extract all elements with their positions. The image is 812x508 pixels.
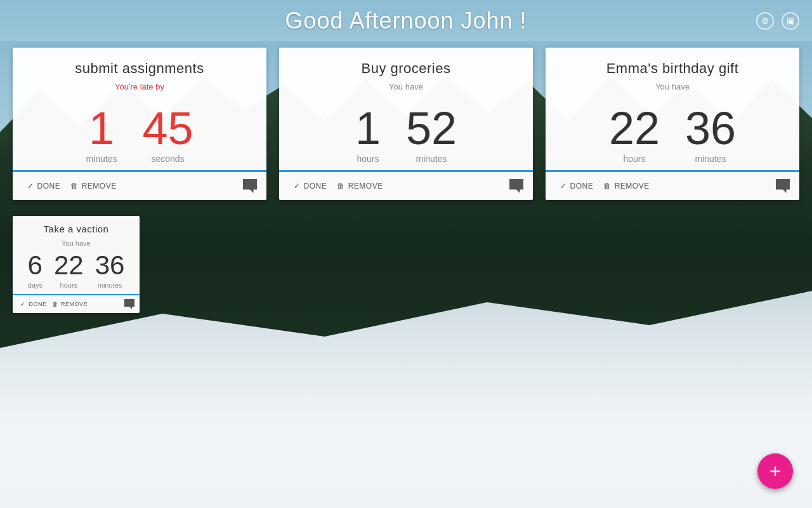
time-unit-seconds: 45 seconds	[142, 105, 193, 164]
time-row: 1 hours 52 minutes	[355, 101, 457, 164]
comment-icon[interactable]	[509, 179, 523, 193]
time-value: 22	[609, 105, 660, 151]
comment-icon[interactable]	[243, 179, 257, 193]
time-label: minutes	[695, 154, 726, 164]
time-unit-minutes: 52 minutes	[406, 105, 457, 164]
time-unit-minutes: 1 minutes	[86, 105, 117, 164]
remove-button[interactable]: 🗑 REMOVE	[49, 299, 91, 309]
time-label: minutes	[98, 281, 122, 289]
header-icons: ⚙ ▣	[756, 12, 799, 30]
time-unit-minutes: 36 minutes	[95, 252, 125, 289]
card-body: Buy groceries You have 1 hours 52 minute…	[279, 48, 533, 170]
card-submit-assignments: submit assignments You're late by 1 minu…	[13, 48, 266, 200]
card-footer: DONE 🗑 REMOVE	[546, 172, 799, 200]
card-body: submit assignments You're late by 1 minu…	[13, 48, 266, 170]
done-label: DONE	[37, 182, 61, 190]
time-value: 52	[406, 105, 457, 151]
time-value: 36	[685, 105, 736, 151]
card-body: Emma's birthday gift You have 22 hours 3…	[546, 48, 799, 170]
remove-button[interactable]: 🗑 REMOVE	[65, 178, 122, 194]
card-status: You're late by	[115, 82, 164, 91]
done-label: DONE	[570, 182, 594, 190]
remove-button[interactable]: 🗑 REMOVE	[598, 178, 655, 194]
done-button[interactable]: DONE	[289, 178, 332, 194]
card-buy-groceries: Buy groceries You have 1 hours 52 minute…	[279, 48, 533, 200]
time-value: 45	[142, 105, 193, 151]
greeting: Good Afternoon John !	[285, 8, 527, 34]
card-title: Buy groceries	[361, 60, 450, 77]
time-row: 1 minutes 45 seconds	[86, 98, 193, 164]
time-label: minutes	[86, 154, 117, 164]
time-row: 22 hours 36 minutes	[609, 101, 736, 164]
cards-container: submit assignments You're late by 1 minu…	[13, 48, 799, 200]
check-icon	[560, 182, 567, 190]
time-unit-hours: 22 hours	[54, 252, 84, 289]
done-button[interactable]: DONE	[18, 299, 49, 309]
time-label: seconds	[151, 154, 184, 164]
time-label: hours	[357, 154, 379, 164]
card-status: You have	[62, 239, 90, 247]
trash-icon: 🗑	[52, 301, 58, 307]
remove-label: REMOVE	[348, 182, 383, 190]
time-label: days	[28, 281, 43, 289]
time-label: hours	[60, 281, 78, 289]
remove-label: REMOVE	[82, 182, 117, 190]
card-emmas-birthday: Emma's birthday gift You have 22 hours 3…	[546, 48, 799, 200]
time-unit-minutes: 36 minutes	[685, 105, 736, 164]
card-status: You have	[389, 82, 423, 91]
card-footer: DONE 🗑 REMOVE	[279, 172, 533, 200]
time-label: hours	[623, 154, 645, 164]
card-take-vacation: Take a vaction You have 6 days 22 hours …	[13, 216, 140, 313]
card-status: You have	[655, 82, 690, 91]
remove-label: REMOVE	[61, 301, 88, 307]
time-row: 6 days 22 hours 36 minutes	[28, 252, 125, 289]
card-title: submit assignments	[75, 60, 204, 77]
add-task-button[interactable]: +	[757, 453, 793, 489]
time-value: 6	[28, 252, 43, 279]
time-label: minutes	[416, 154, 447, 164]
check-icon	[20, 301, 26, 307]
time-value: 1	[89, 105, 114, 151]
card-body: Take a vaction You have 6 days 22 hours …	[13, 216, 140, 294]
check-icon	[27, 182, 34, 190]
trash-icon: 🗑	[603, 182, 612, 190]
done-button[interactable]: DONE	[22, 178, 65, 194]
time-value: 1	[355, 105, 381, 151]
done-label: DONE	[304, 182, 327, 190]
remove-label: REMOVE	[615, 182, 650, 190]
comment-icon[interactable]	[776, 179, 790, 193]
done-button[interactable]: DONE	[555, 178, 598, 194]
time-value: 36	[95, 252, 125, 279]
check-icon	[294, 182, 301, 190]
card-title: Take a vaction	[44, 224, 109, 234]
done-label: DONE	[29, 301, 47, 307]
settings-icon[interactable]: ⚙	[756, 12, 774, 30]
remove-button[interactable]: 🗑 REMOVE	[332, 178, 388, 194]
comment-icon[interactable]	[124, 299, 134, 309]
header: Good Afternoon John ! ⚙ ▣	[0, 0, 812, 41]
image-icon[interactable]: ▣	[782, 12, 799, 30]
card-footer: DONE 🗑 REMOVE	[13, 295, 140, 313]
time-unit-days: 6 days	[28, 252, 43, 289]
card-footer: DONE 🗑 REMOVE	[13, 172, 266, 200]
trash-icon: 🗑	[337, 182, 345, 190]
time-unit-hours: 1 hours	[355, 105, 381, 164]
card-title: Emma's birthday gift	[606, 60, 739, 77]
time-unit-hours: 22 hours	[609, 105, 660, 164]
time-value: 22	[54, 252, 84, 279]
trash-icon: 🗑	[70, 182, 79, 190]
